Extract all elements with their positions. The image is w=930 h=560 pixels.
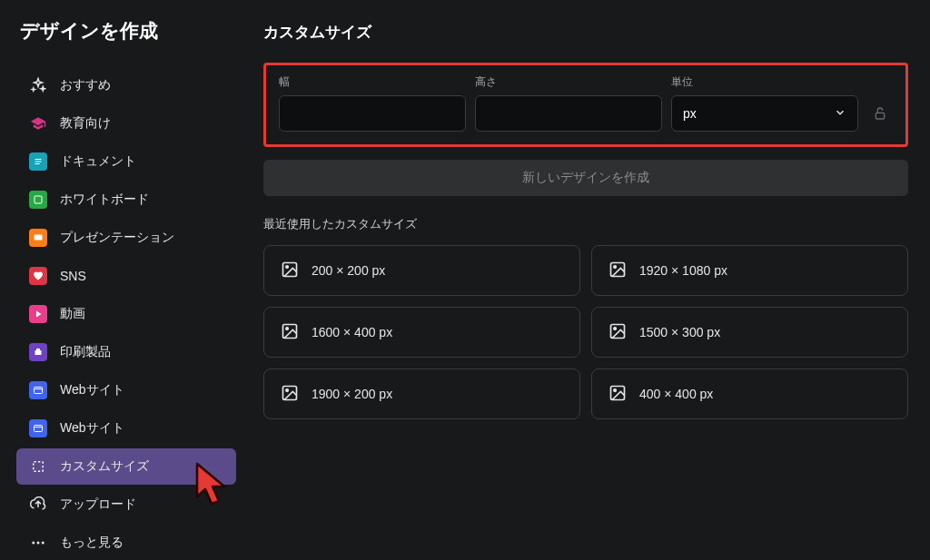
sidebar-item-print[interactable]: 印刷製品 [16, 334, 236, 370]
recent-size-item[interactable]: 1900 × 200 px [263, 368, 580, 419]
svg-rect-4 [35, 235, 43, 241]
more-icon [29, 534, 47, 552]
image-icon [281, 260, 299, 281]
unit-select[interactable]: px [671, 95, 858, 132]
sidebar-item-sns[interactable]: SNS [16, 258, 236, 294]
whiteboard-icon [29, 191, 47, 209]
sns-icon [29, 267, 47, 285]
website-icon [29, 419, 47, 437]
svg-rect-15 [876, 113, 884, 119]
height-label: 高さ [475, 74, 662, 90]
sidebar: デザインを作成 おすすめ 教育向け ドキュメント ホワイトボード プレゼンテーシ… [0, 0, 245, 560]
sidebar-item-website[interactable]: Webサイト [16, 372, 236, 408]
recent-sizes-grid: 200 × 200 px 1920 × 1080 px 1600 × 400 p… [263, 245, 908, 419]
height-field-group: 高さ [475, 74, 662, 132]
print-icon [29, 343, 47, 361]
sidebar-item-education[interactable]: 教育向け [16, 105, 236, 142]
sidebar-item-label: カスタムサイズ [60, 458, 149, 475]
svg-rect-6 [36, 349, 40, 350]
recent-sizes-label: 最近使用したカスタムサイズ [263, 216, 908, 232]
recent-size-item[interactable]: 1600 × 400 px [263, 307, 580, 358]
image-icon [608, 322, 627, 343]
height-input[interactable] [475, 95, 662, 132]
recent-size-item[interactable]: 1500 × 300 px [591, 307, 908, 358]
svg-point-13 [37, 542, 40, 545]
image-icon [281, 384, 299, 405]
sidebar-item-custom-size[interactable]: カスタムサイズ [16, 448, 236, 485]
svg-rect-9 [35, 426, 43, 432]
recent-size-label: 1920 × 1080 px [639, 263, 727, 278]
svg-rect-2 [35, 163, 40, 164]
unit-label: 単位 [671, 74, 858, 90]
image-icon [608, 260, 627, 281]
dimensions-panel-highlighted: 幅 高さ 単位 px [263, 63, 908, 147]
recent-size-label: 1900 × 200 px [312, 387, 392, 401]
image-icon [281, 322, 299, 343]
svg-rect-5 [35, 350, 42, 355]
sidebar-item-whiteboard[interactable]: ホワイトボード [16, 182, 236, 218]
sidebar-item-label: ドキュメント [60, 153, 136, 170]
recent-size-label: 200 × 200 px [312, 263, 385, 278]
sidebar-item-recommended[interactable]: おすすめ [16, 67, 236, 103]
sidebar-item-label: おすすめ [60, 77, 111, 93]
sidebar-item-upload[interactable]: アップロード [16, 486, 236, 523]
svg-rect-1 [35, 162, 42, 162]
sidebar-item-label: Webサイト [60, 382, 124, 398]
svg-point-25 [286, 388, 289, 391]
svg-point-14 [42, 542, 45, 545]
svg-point-17 [286, 265, 289, 268]
upload-icon [29, 496, 47, 514]
graduation-icon [29, 114, 47, 133]
recent-size-item[interactable]: 400 × 400 px [591, 368, 908, 419]
sidebar-item-label: 教育向け [60, 115, 111, 132]
svg-point-19 [614, 265, 617, 268]
unit-field-group: 単位 px [671, 74, 858, 132]
image-icon [608, 384, 627, 405]
width-label: 幅 [279, 74, 466, 90]
recent-size-item[interactable]: 1920 × 1080 px [591, 245, 908, 296]
sidebar-title: デザインを作成 [16, 18, 236, 44]
recent-size-label: 1500 × 300 px [639, 325, 720, 339]
sparkle-icon [29, 76, 47, 94]
svg-point-21 [286, 327, 289, 329]
unit-value: px [683, 106, 697, 121]
document-icon [29, 152, 47, 171]
website-icon [29, 381, 47, 399]
recent-size-item[interactable]: 200 × 200 px [263, 245, 580, 296]
sidebar-item-label: ホワイトボード [60, 192, 149, 208]
svg-rect-7 [35, 388, 43, 394]
recent-size-label: 1600 × 400 px [312, 325, 392, 339]
chevron-down-icon [834, 106, 846, 122]
svg-point-12 [32, 542, 35, 545]
sidebar-item-website-2[interactable]: Webサイト [16, 410, 236, 447]
sidebar-item-video[interactable]: 動画 [16, 296, 236, 332]
svg-rect-0 [35, 159, 42, 160]
create-design-button[interactable]: 新しいデザインを作成 [263, 160, 908, 196]
sidebar-item-label: もっと見る [60, 535, 124, 551]
lock-aspect-button[interactable] [867, 95, 893, 132]
width-input[interactable] [279, 95, 466, 132]
svg-point-23 [614, 327, 617, 329]
sidebar-item-label: Webサイト [60, 420, 124, 437]
width-field-group: 幅 [279, 74, 466, 132]
video-icon [29, 305, 47, 323]
svg-rect-11 [34, 462, 44, 472]
sidebar-item-presentation[interactable]: プレゼンテーション [16, 220, 236, 256]
custom-size-icon [29, 457, 47, 476]
sidebar-item-label: 印刷製品 [60, 344, 111, 360]
sidebar-item-label: 動画 [60, 306, 85, 322]
page-title: カスタムサイズ [263, 22, 908, 43]
recent-size-label: 400 × 400 px [639, 387, 713, 401]
sidebar-item-more[interactable]: もっと見る [16, 525, 236, 560]
sidebar-item-label: SNS [60, 269, 86, 283]
presentation-icon [29, 229, 47, 247]
svg-rect-3 [35, 196, 42, 203]
svg-point-27 [614, 388, 617, 391]
sidebar-item-document[interactable]: ドキュメント [16, 143, 236, 180]
sidebar-item-label: プレゼンテーション [60, 230, 174, 246]
main-content: カスタムサイズ 幅 高さ 単位 px 新しいデザインを作成 最近使用したカスタム… [245, 0, 930, 560]
sidebar-item-label: アップロード [60, 496, 136, 513]
